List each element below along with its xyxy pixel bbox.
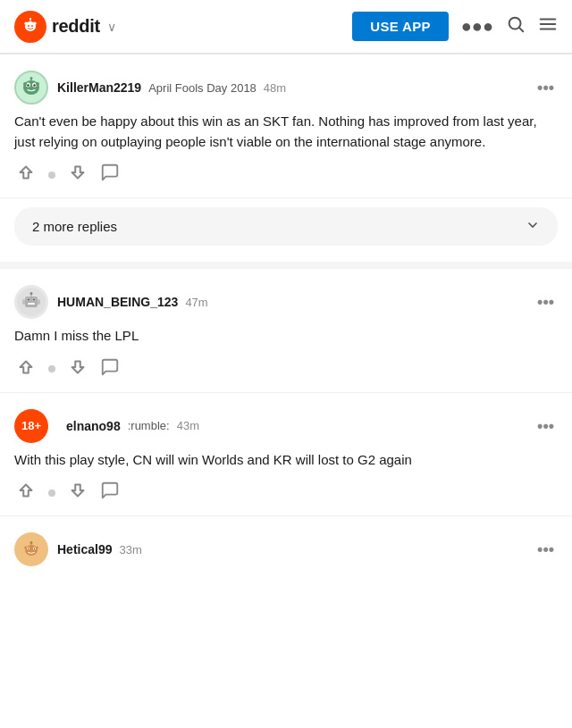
svg-point-3 [33, 21, 36, 24]
avatar [14, 532, 48, 566]
svg-point-43 [30, 541, 33, 544]
avatar [14, 71, 48, 105]
vote-row [14, 163, 558, 187]
comment-header: Hetical99 33m ••• [14, 532, 558, 566]
vote-score-dot [48, 490, 55, 497]
comment-block: KillerMan2219 April Fools Day 2018 48m •… [0, 54, 572, 198]
comment-flair: April Fools Day 2018 [148, 81, 257, 95]
svg-line-9 [519, 28, 523, 31]
svg-rect-29 [28, 303, 35, 305]
brand-name: reddit [52, 16, 100, 37]
menu-icon[interactable] [538, 14, 558, 38]
svg-rect-33 [38, 299, 40, 305]
section-divider [0, 262, 572, 269]
snoo-svg [21, 17, 40, 37]
svg-rect-24 [25, 297, 38, 307]
comment-meta: KillerMan2219 April Fools Day 2018 48m [57, 80, 525, 95]
svg-rect-32 [22, 299, 25, 305]
comment-header: KillerMan2219 April Fools Day 2018 48m •… [14, 71, 558, 105]
svg-point-4 [28, 24, 29, 26]
more-replies-label: 2 more replies [32, 219, 117, 234]
svg-point-22 [30, 77, 33, 79]
reddit-logo[interactable]: reddit ∨ [14, 11, 116, 43]
svg-point-39 [34, 548, 35, 549]
svg-point-40 [24, 547, 27, 549]
comment-block: 18+ elnano98 :rumble: 43m ••• With this … [0, 393, 572, 517]
svg-point-38 [28, 548, 29, 549]
reddit-icon [14, 11, 46, 43]
comments-area: KillerMan2219 April Fools Day 2018 48m •… [0, 54, 572, 584]
comment-username[interactable]: Hetical99 [57, 542, 112, 556]
more-replies-button[interactable]: 2 more replies [14, 207, 558, 246]
vote-row [14, 481, 558, 505]
comment-text: Damn I miss the LPL [14, 326, 558, 347]
comment-meta: HUMAN_BEING_123 47m [57, 295, 525, 309]
svg-point-2 [24, 21, 27, 24]
vote-score-dot [48, 365, 55, 372]
svg-rect-27 [28, 299, 30, 301]
alien-avatar-svg [18, 74, 45, 101]
vote-row [14, 357, 558, 381]
upvote-button[interactable] [16, 163, 36, 187]
comment-block: HUMAN_BEING_123 47m ••• Damn I miss the … [0, 269, 572, 393]
partial-avatar-svg [17, 535, 46, 564]
comment-meta: elnano98 :rumble: 43m [66, 419, 525, 433]
comment-block: Hetical99 33m ••• [0, 516, 572, 584]
downvote-button[interactable] [68, 163, 88, 187]
reply-button[interactable] [100, 163, 120, 187]
app-header: reddit ∨ USE APP ●●● [0, 0, 572, 54]
more-replies-chevron-icon [526, 218, 540, 235]
downvote-button[interactable] [68, 481, 88, 505]
comment-username[interactable]: HUMAN_BEING_123 [57, 295, 178, 309]
dropdown-chevron-icon[interactable]: ∨ [107, 20, 116, 34]
header-actions: USE APP ●●● [352, 12, 558, 41]
comment-header: HUMAN_BEING_123 47m ••• [14, 285, 558, 319]
avatar [14, 285, 48, 319]
comment-username[interactable]: KillerMan2219 [57, 80, 141, 95]
svg-point-5 [31, 24, 33, 26]
reply-button[interactable] [100, 357, 120, 381]
svg-point-35 [25, 545, 38, 556]
reply-button[interactable] [100, 481, 120, 505]
downvote-button[interactable] [68, 357, 88, 381]
comment-username[interactable]: elnano98 [66, 419, 121, 433]
svg-point-18 [33, 84, 35, 86]
upvote-button[interactable] [16, 357, 36, 381]
comment-header: 18+ elnano98 :rumble: 43m ••• [14, 409, 558, 443]
avatar-18plus: 18+ [14, 409, 48, 443]
comment-more-button[interactable]: ••• [534, 79, 558, 96]
more-replies-container: 2 more replies [0, 198, 572, 262]
comment-timestamp: 48m [264, 81, 286, 95]
comment-text: With this play style, CN will win Worlds… [14, 450, 558, 471]
vote-score-dot [48, 172, 55, 179]
search-icon[interactable] [506, 14, 526, 38]
svg-point-17 [27, 84, 29, 86]
svg-point-41 [36, 547, 38, 549]
messages-icon[interactable]: ●●● [461, 16, 493, 37]
upvote-button[interactable] [16, 481, 36, 505]
svg-point-7 [29, 18, 31, 20]
comment-timestamp: 47m [185, 296, 207, 309]
comment-text: Can't even be happy about this win as an… [14, 112, 558, 152]
use-app-button[interactable]: USE APP [352, 12, 448, 41]
comment-more-button[interactable]: ••• [534, 541, 558, 557]
comment-meta: Hetical99 33m [57, 542, 525, 556]
comment-timestamp: 33m [119, 543, 141, 556]
comment-more-button[interactable]: ••• [534, 294, 558, 310]
comment-more-button[interactable]: ••• [534, 418, 558, 434]
robot-avatar-svg [17, 288, 46, 316]
svg-point-20 [36, 82, 39, 86]
svg-rect-28 [33, 299, 36, 301]
comment-flair: :rumble: [128, 419, 170, 432]
svg-point-19 [23, 82, 27, 86]
svg-point-31 [30, 292, 33, 295]
comment-timestamp: 43m [177, 419, 199, 432]
